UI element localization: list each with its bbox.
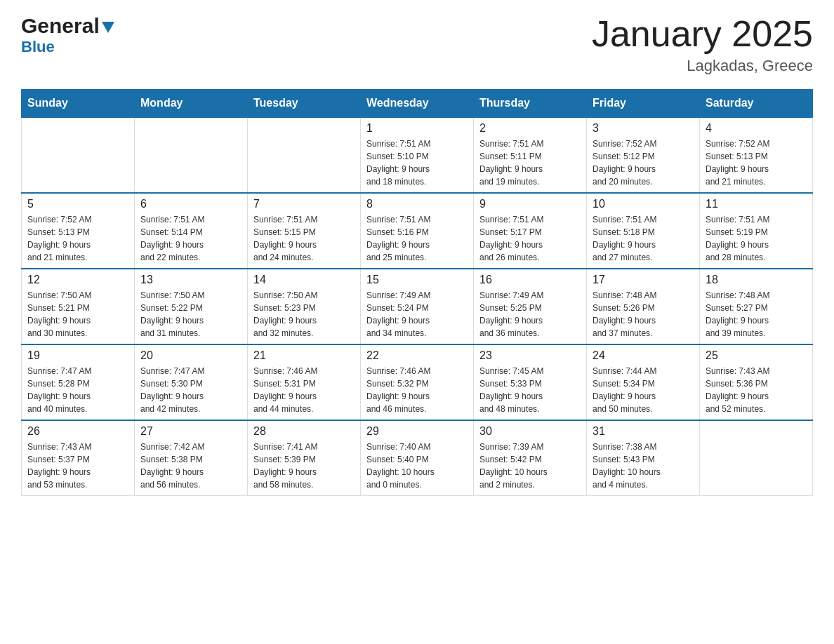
calendar-cell: 26Sunrise: 7:43 AMSunset: 5:37 PMDayligh… <box>22 420 135 496</box>
calendar-cell: 4Sunrise: 7:52 AMSunset: 5:13 PMDaylight… <box>700 117 813 193</box>
day-info: Sunrise: 7:50 AMSunset: 5:21 PMDaylight:… <box>27 289 128 340</box>
calendar-cell: 5Sunrise: 7:52 AMSunset: 5:13 PMDaylight… <box>22 193 135 269</box>
calendar-cell: 16Sunrise: 7:49 AMSunset: 5:25 PMDayligh… <box>474 269 587 344</box>
day-number: 22 <box>366 349 468 362</box>
col-header-wednesday: Wednesday <box>361 90 474 118</box>
calendar-cell: 21Sunrise: 7:46 AMSunset: 5:31 PMDayligh… <box>248 344 361 420</box>
day-number: 7 <box>253 198 355 210</box>
col-header-thursday: Thursday <box>474 90 587 118</box>
calendar-cell: 20Sunrise: 7:47 AMSunset: 5:30 PMDayligh… <box>135 344 248 420</box>
day-info: Sunrise: 7:39 AMSunset: 5:42 PMDaylight:… <box>479 441 581 491</box>
day-number: 20 <box>140 349 241 362</box>
day-info: Sunrise: 7:45 AMSunset: 5:33 PMDaylight:… <box>479 365 581 415</box>
calendar-cell: 13Sunrise: 7:50 AMSunset: 5:22 PMDayligh… <box>135 269 248 344</box>
day-info: Sunrise: 7:51 AMSunset: 5:19 PMDaylight:… <box>706 213 807 264</box>
calendar-cell: 19Sunrise: 7:47 AMSunset: 5:28 PMDayligh… <box>22 344 135 420</box>
logo-blue-text: Blue <box>21 39 55 55</box>
calendar-cell: 1Sunrise: 7:51 AMSunset: 5:10 PMDaylight… <box>361 117 474 193</box>
day-info: Sunrise: 7:51 AMSunset: 5:11 PMDaylight:… <box>479 137 581 188</box>
logo-general-text: General <box>21 14 100 38</box>
day-number: 17 <box>593 274 694 286</box>
day-number: 3 <box>593 122 694 135</box>
day-number: 21 <box>253 349 355 362</box>
calendar-cell <box>22 117 135 193</box>
day-number: 27 <box>140 425 241 438</box>
page-header: General Blue January 2025 Lagkadas, Gree… <box>21 14 813 75</box>
calendar-week-row: 12Sunrise: 7:50 AMSunset: 5:21 PMDayligh… <box>22 269 813 344</box>
day-number: 15 <box>366 274 468 286</box>
day-number: 4 <box>706 122 807 135</box>
col-header-saturday: Saturday <box>700 90 813 118</box>
calendar-cell: 14Sunrise: 7:50 AMSunset: 5:23 PMDayligh… <box>248 269 361 344</box>
calendar-week-row: 5Sunrise: 7:52 AMSunset: 5:13 PMDaylight… <box>22 193 813 269</box>
calendar-location: Lagkadas, Greece <box>592 57 813 75</box>
calendar-cell <box>700 420 813 496</box>
calendar-header-row: SundayMondayTuesdayWednesdayThursdayFrid… <box>22 90 813 118</box>
calendar-cell: 10Sunrise: 7:51 AMSunset: 5:18 PMDayligh… <box>587 193 700 269</box>
day-number: 5 <box>27 198 128 210</box>
calendar-cell: 12Sunrise: 7:50 AMSunset: 5:21 PMDayligh… <box>22 269 135 344</box>
calendar-table: SundayMondayTuesdayWednesdayThursdayFrid… <box>21 89 813 496</box>
day-number: 26 <box>27 425 128 438</box>
day-number: 24 <box>593 349 694 362</box>
day-info: Sunrise: 7:48 AMSunset: 5:26 PMDaylight:… <box>593 289 694 340</box>
calendar-cell: 3Sunrise: 7:52 AMSunset: 5:12 PMDaylight… <box>587 117 700 193</box>
day-number: 23 <box>479 349 581 362</box>
day-number: 30 <box>479 425 581 438</box>
day-number: 11 <box>706 198 807 210</box>
day-number: 12 <box>27 274 128 286</box>
day-info: Sunrise: 7:46 AMSunset: 5:31 PMDaylight:… <box>253 365 355 415</box>
day-info: Sunrise: 7:44 AMSunset: 5:34 PMDaylight:… <box>593 365 694 415</box>
calendar-cell: 25Sunrise: 7:43 AMSunset: 5:36 PMDayligh… <box>700 344 813 420</box>
day-info: Sunrise: 7:52 AMSunset: 5:13 PMDaylight:… <box>27 213 128 264</box>
day-number: 13 <box>140 274 241 286</box>
day-number: 25 <box>706 349 807 362</box>
calendar-cell: 17Sunrise: 7:48 AMSunset: 5:26 PMDayligh… <box>587 269 700 344</box>
day-info: Sunrise: 7:38 AMSunset: 5:43 PMDaylight:… <box>593 441 694 491</box>
day-info: Sunrise: 7:47 AMSunset: 5:30 PMDaylight:… <box>140 365 241 415</box>
col-header-sunday: Sunday <box>22 90 135 118</box>
day-number: 14 <box>253 274 355 286</box>
svg-marker-0 <box>102 22 114 33</box>
day-info: Sunrise: 7:43 AMSunset: 5:36 PMDaylight:… <box>706 365 807 415</box>
calendar-cell: 9Sunrise: 7:51 AMSunset: 5:17 PMDaylight… <box>474 193 587 269</box>
logo-triangle-icon <box>102 22 114 33</box>
calendar-cell: 7Sunrise: 7:51 AMSunset: 5:15 PMDaylight… <box>248 193 361 269</box>
day-number: 16 <box>479 274 581 286</box>
calendar-cell: 28Sunrise: 7:41 AMSunset: 5:39 PMDayligh… <box>248 420 361 496</box>
day-number: 10 <box>593 198 694 210</box>
col-header-monday: Monday <box>135 90 248 118</box>
day-number: 9 <box>479 198 581 210</box>
logo: General Blue <box>21 14 114 55</box>
day-info: Sunrise: 7:48 AMSunset: 5:27 PMDaylight:… <box>706 289 807 340</box>
day-info: Sunrise: 7:51 AMSunset: 5:18 PMDaylight:… <box>593 213 694 264</box>
calendar-cell: 8Sunrise: 7:51 AMSunset: 5:16 PMDaylight… <box>361 193 474 269</box>
day-info: Sunrise: 7:51 AMSunset: 5:16 PMDaylight:… <box>366 213 468 264</box>
day-info: Sunrise: 7:51 AMSunset: 5:17 PMDaylight:… <box>479 213 581 264</box>
calendar-week-row: 19Sunrise: 7:47 AMSunset: 5:28 PMDayligh… <box>22 344 813 420</box>
day-info: Sunrise: 7:51 AMSunset: 5:14 PMDaylight:… <box>140 213 241 264</box>
day-info: Sunrise: 7:43 AMSunset: 5:37 PMDaylight:… <box>27 441 128 491</box>
calendar-cell: 18Sunrise: 7:48 AMSunset: 5:27 PMDayligh… <box>700 269 813 344</box>
day-number: 2 <box>479 122 581 135</box>
calendar-cell: 23Sunrise: 7:45 AMSunset: 5:33 PMDayligh… <box>474 344 587 420</box>
day-info: Sunrise: 7:49 AMSunset: 5:24 PMDaylight:… <box>366 289 468 340</box>
title-block: January 2025 Lagkadas, Greece <box>592 14 813 75</box>
calendar-title: January 2025 <box>592 14 813 54</box>
day-number: 19 <box>27 349 128 362</box>
calendar-cell <box>248 117 361 193</box>
calendar-cell: 24Sunrise: 7:44 AMSunset: 5:34 PMDayligh… <box>587 344 700 420</box>
day-info: Sunrise: 7:47 AMSunset: 5:28 PMDaylight:… <box>27 365 128 415</box>
day-info: Sunrise: 7:52 AMSunset: 5:12 PMDaylight:… <box>593 137 694 188</box>
day-info: Sunrise: 7:51 AMSunset: 5:15 PMDaylight:… <box>253 213 355 264</box>
day-info: Sunrise: 7:50 AMSunset: 5:23 PMDaylight:… <box>253 289 355 340</box>
day-number: 31 <box>593 425 694 438</box>
day-info: Sunrise: 7:42 AMSunset: 5:38 PMDaylight:… <box>140 441 241 491</box>
day-info: Sunrise: 7:52 AMSunset: 5:13 PMDaylight:… <box>706 137 807 188</box>
day-number: 6 <box>140 198 241 210</box>
day-info: Sunrise: 7:46 AMSunset: 5:32 PMDaylight:… <box>366 365 468 415</box>
day-info: Sunrise: 7:40 AMSunset: 5:40 PMDaylight:… <box>366 441 468 491</box>
col-header-tuesday: Tuesday <box>248 90 361 118</box>
calendar-cell: 27Sunrise: 7:42 AMSunset: 5:38 PMDayligh… <box>135 420 248 496</box>
calendar-cell: 31Sunrise: 7:38 AMSunset: 5:43 PMDayligh… <box>587 420 700 496</box>
